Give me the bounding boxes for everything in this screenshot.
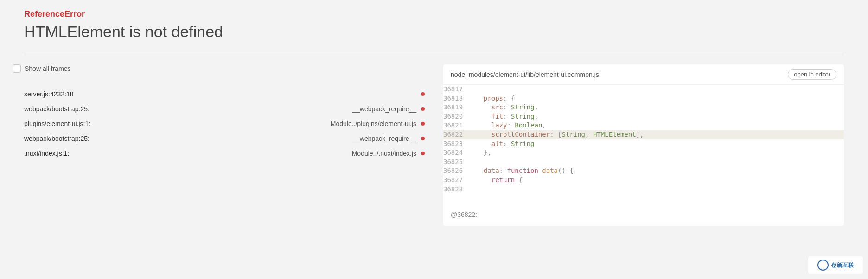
code-line: 36828 [443, 185, 844, 194]
file-path: node_modules/element-ui/lib/element-ui.c… [451, 71, 599, 78]
line-content: return { [466, 176, 523, 185]
frame-dot-icon [421, 92, 425, 96]
line-content: }, [466, 148, 491, 158]
frame-function: Module../.nuxt/index.js [352, 150, 425, 157]
frame-location: webpack/bootstrap:25: [24, 135, 89, 142]
open-in-editor-button[interactable]: open in editor [788, 69, 836, 80]
line-number: 36823 [443, 140, 466, 149]
stack-frame[interactable]: plugins/element-ui.js:1:Module../plugins… [24, 116, 425, 131]
line-number: 36821 [443, 121, 466, 130]
frame-function: __webpack_require__ [352, 135, 425, 142]
line-content: fit: String, [466, 112, 538, 121]
code-body: 3681736818 props: {36819 src: String,368… [443, 85, 844, 194]
frame-location: server.js:4232:18 [24, 90, 74, 98]
line-number: 36822 [443, 130, 466, 140]
line-number: 36818 [443, 94, 466, 103]
line-content: src: String, [466, 103, 538, 112]
line-content: props: { [466, 94, 515, 103]
line-content [466, 185, 476, 194]
code-line: 36825 [443, 158, 844, 167]
code-header: node_modules/element-ui/lib/element-ui.c… [443, 64, 844, 85]
frames-panel: Show all frames server.js:4232:18webpack… [24, 64, 425, 226]
line-content: data: function data() { [466, 166, 574, 176]
line-number: 36827 [443, 176, 466, 185]
frame-function: Module../plugins/element-ui.js [331, 120, 425, 127]
code-line: 36820 fit: String, [443, 112, 844, 121]
code-line: 36826 data: function data() { [443, 166, 844, 176]
line-number: 36819 [443, 103, 466, 112]
code-line: 36818 props: { [443, 94, 844, 103]
line-number: 36828 [443, 185, 466, 194]
line-number: 36825 [443, 158, 466, 167]
show-all-frames-checkbox[interactable] [13, 64, 21, 73]
code-line: 36827 return { [443, 176, 844, 185]
stack-frame[interactable]: .nuxt/index.js:1:Module../.nuxt/index.js [24, 146, 425, 161]
frame-dot-icon [421, 152, 425, 155]
code-line: 36824 }, [443, 148, 844, 158]
frame-dot-icon [421, 137, 425, 140]
stack-frame[interactable]: webpack/bootstrap:25:__webpack_require__ [24, 131, 425, 146]
frame-location: webpack/bootstrap:25: [24, 105, 89, 113]
error-message: HTMLElement is not defined [24, 23, 844, 41]
line-number: 36826 [443, 166, 466, 176]
code-line: 36823 alt: String [443, 140, 844, 149]
line-content [466, 158, 476, 167]
line-content: scrollContainer: [String, HTMLElement], [466, 130, 644, 140]
error-type: ReferenceError [24, 9, 844, 19]
frame-dot-icon [421, 122, 425, 126]
line-number: 36824 [443, 148, 466, 158]
code-line: 36817 [443, 85, 844, 94]
code-line: 36822 scrollContainer: [String, HTMLElem… [443, 130, 844, 140]
line-content: alt: String [466, 140, 534, 149]
code-panel: node_modules/element-ui/lib/element-ui.c… [443, 64, 844, 226]
frame-location: .nuxt/index.js:1: [24, 150, 69, 157]
stack-frame[interactable]: webpack/bootstrap:25:__webpack_require__ [24, 101, 425, 116]
show-all-frames-label: Show all frames [25, 65, 71, 72]
frame-function: __webpack_require__ [352, 105, 425, 113]
line-number: 36820 [443, 112, 466, 121]
show-all-frames-row[interactable]: Show all frames [13, 64, 425, 73]
code-line: 36819 src: String, [443, 103, 844, 112]
line-content [466, 85, 476, 94]
divider [24, 55, 844, 55]
frame-function [421, 92, 425, 96]
code-line: 36821 lazy: Boolean, [443, 121, 844, 130]
line-content: lazy: Boolean, [466, 121, 546, 130]
frame-location: plugins/element-ui.js:1: [24, 120, 90, 127]
stack-frame[interactable]: server.js:4232:18 [24, 87, 425, 101]
code-footer: @36822: [443, 203, 844, 226]
frame-dot-icon [421, 107, 425, 111]
line-number: 36817 [443, 85, 466, 94]
